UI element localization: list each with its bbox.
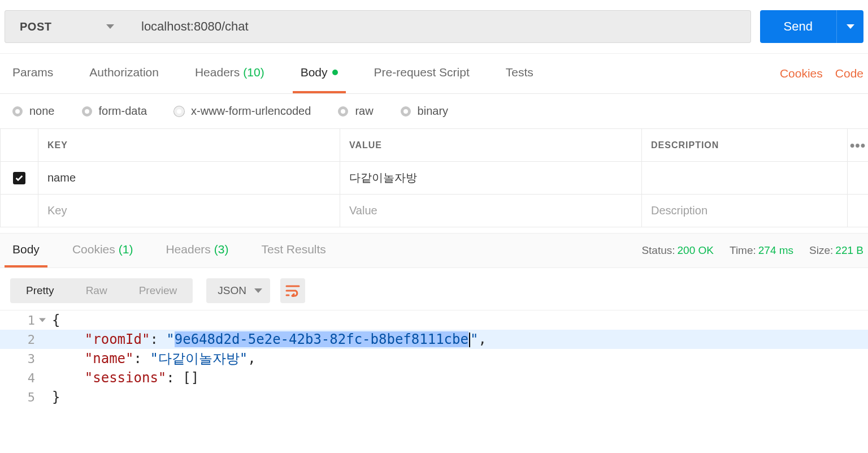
response-tab-cookies[interactable]: Cookies(1): [64, 234, 141, 268]
tab-label: Params: [12, 66, 53, 79]
kv-key-input[interactable]: [47, 204, 331, 217]
body-active-dot-icon: [332, 70, 338, 75]
body-type-binary[interactable]: binary: [401, 105, 448, 118]
body-type-none[interactable]: none: [12, 105, 55, 118]
kv-value-input[interactable]: [349, 204, 632, 217]
cookies-link[interactable]: Cookies: [780, 67, 823, 80]
send-button[interactable]: Send: [760, 10, 836, 43]
radio-icon: [338, 106, 348, 117]
radio-checked-icon: [174, 106, 184, 117]
code-text: []: [183, 370, 199, 386]
tab-label: Body: [301, 66, 328, 79]
size-meta: Size:221 B: [809, 244, 863, 257]
row-checkbox[interactable]: [13, 172, 25, 184]
text-caret: [469, 333, 470, 347]
response-tab-headers[interactable]: Headers(3): [158, 234, 236, 268]
kv-more-icon[interactable]: •••: [848, 129, 868, 161]
format-label: JSON: [218, 284, 246, 297]
tab-label: Body: [12, 243, 40, 256]
radio-icon: [401, 106, 411, 117]
tab-pre-request-script[interactable]: Pre-request Script: [366, 54, 478, 93]
tab-label: Headers: [166, 243, 210, 256]
tab-label: Headers: [195, 66, 240, 79]
wrap-icon: [285, 284, 300, 297]
body-type-form-data[interactable]: form-data: [82, 105, 147, 118]
status-meta: Status:200 OK: [641, 244, 714, 257]
kv-desc-input[interactable]: [651, 171, 838, 184]
radio-label: none: [29, 105, 55, 118]
tab-body[interactable]: Body: [293, 54, 346, 93]
kv-row: [0, 162, 868, 195]
code-text: }: [52, 389, 60, 405]
selected-text: 9e648d2d-5e2e-42b3-82fc-b8bef8111cbe: [175, 331, 468, 347]
http-method-select[interactable]: POST: [5, 10, 129, 43]
fold-icon[interactable]: [39, 318, 46, 322]
code-text: "roomId": [85, 331, 150, 347]
tab-label: Authorization: [89, 66, 159, 79]
kv-header-key: KEY: [38, 129, 340, 161]
radio-label: raw: [355, 105, 373, 118]
tab-headers[interactable]: Headers(10): [187, 54, 272, 93]
kv-header-row: KEY VALUE DESCRIPTION •••: [0, 129, 868, 162]
time-meta: Time:274 ms: [730, 244, 793, 257]
tab-authorization[interactable]: Authorization: [81, 54, 167, 93]
code-text: "name": [85, 351, 134, 366]
code-link[interactable]: Code: [835, 67, 863, 80]
tab-tests[interactable]: Tests: [498, 54, 541, 93]
body-type-urlencoded[interactable]: x-www-form-urlencoded: [174, 105, 311, 118]
tab-label: Cookies: [72, 243, 115, 256]
chevron-down-icon: [254, 288, 262, 293]
radio-label: form-data: [99, 105, 147, 118]
radio-icon: [82, 106, 92, 117]
radio-label: x-www-form-urlencoded: [191, 105, 311, 118]
code-text: "다같이놀자방": [150, 351, 248, 366]
code-text: {: [52, 312, 60, 328]
format-select[interactable]: JSON: [206, 278, 270, 303]
kv-header-value: VALUE: [340, 129, 642, 161]
send-dropdown-button[interactable]: [836, 10, 863, 43]
check-icon: [15, 174, 24, 183]
radio-icon: [12, 106, 23, 117]
code-text: "sessions": [85, 370, 167, 386]
kv-value-input[interactable]: [349, 171, 632, 184]
chevron-down-icon: [847, 24, 854, 29]
tab-params[interactable]: Params: [5, 54, 61, 93]
wrap-lines-button[interactable]: [280, 278, 305, 303]
request-url-input[interactable]: [129, 10, 751, 43]
body-type-raw[interactable]: raw: [338, 105, 373, 118]
response-body-editor[interactable]: 1{ 2 "roomId": "9e648d2d-5e2e-42b3-82fc-…: [0, 310, 868, 407]
view-pretty-button[interactable]: Pretty: [10, 278, 70, 303]
tab-count: (3): [214, 243, 229, 256]
chevron-down-icon: [106, 24, 114, 29]
http-method-label: POST: [20, 20, 51, 33]
tab-count: (1): [119, 243, 133, 256]
kv-desc-input[interactable]: [651, 204, 838, 217]
view-preview-button[interactable]: Preview: [123, 278, 193, 303]
response-tab-test-results[interactable]: Test Results: [253, 234, 333, 268]
kv-key-input[interactable]: [47, 171, 331, 184]
kv-row-empty: [0, 195, 868, 227]
radio-label: binary: [418, 105, 448, 118]
view-mode-segment: Pretty Raw Preview: [10, 278, 193, 303]
tab-label: Tests: [506, 66, 533, 79]
response-tab-body[interactable]: Body: [5, 234, 47, 268]
tab-count: (10): [243, 66, 264, 79]
kv-header-description: DESCRIPTION: [642, 129, 848, 161]
tab-label: Pre-request Script: [374, 66, 470, 79]
tab-label: Test Results: [261, 243, 326, 256]
view-raw-button[interactable]: Raw: [70, 278, 123, 303]
